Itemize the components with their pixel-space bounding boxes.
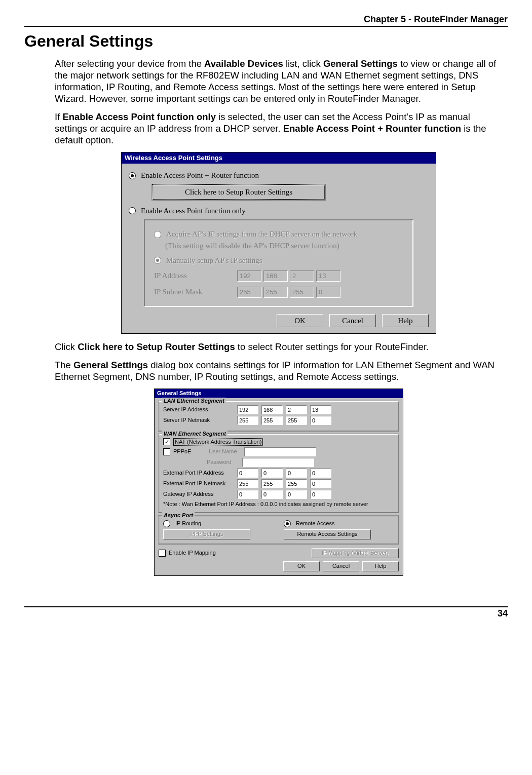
checkbox-icon [163,448,170,455]
ip-octet-input[interactable]: 255 [286,479,307,488]
bold-text: Enable Access Point + Rounter function [283,123,461,134]
radio-label: Remote Access [296,520,334,527]
ip-octet-input[interactable]: 0 [237,490,258,499]
bold-text: Enable Access Point function only [62,111,216,122]
server-netmask-label: Server IP Netmask [163,417,234,424]
ip-octet-input[interactable]: 192 [237,405,258,414]
radio-ap-router[interactable]: Enable Access Point + Router function [129,171,429,180]
chapter-header: Chapter 5 - RouteFinder Manager [24,14,508,25]
ip-octet-input[interactable]: 0 [286,469,307,478]
text: to select Router settings for your Route… [235,341,429,352]
cancel-button[interactable]: Cancel [329,314,376,328]
text: The [55,360,73,370]
ip-octet-input[interactable]: 2 [286,405,307,414]
ip-octet: 13 [316,270,340,282]
text: Click [55,341,78,352]
radio-label: Enable Access Point function only [141,206,246,216]
radio-acquire-dhcp: Acquire AP's IP settings from the DHCP s… [154,229,403,239]
dhcp-note: (This setting will disable the AP's DHCP… [165,241,403,251]
username-label: User Name [209,448,241,455]
cancel-button[interactable]: Cancel [323,561,359,571]
radio-icon [163,520,170,527]
ip-octet-input[interactable]: 0 [237,469,258,478]
radio-icon [154,231,161,238]
help-button[interactable]: Help [362,561,399,571]
radio-label: Manually setup AP's IP settings [166,256,262,265]
paragraph-1: After selecting your device from the Ava… [55,58,503,105]
ip-octet-input[interactable]: 13 [310,405,331,414]
ip-octet: 0 [316,287,340,298]
text: If [55,111,62,122]
radio-ip-routing[interactable]: IP Routing [163,520,274,527]
ip-octet-input[interactable]: 0 [261,469,283,478]
ip-octet-input[interactable]: 0 [310,479,331,488]
radio-icon [154,257,161,264]
fieldset-legend: Async Port [162,512,195,519]
help-button[interactable]: Help [382,314,429,328]
ip-mapping-button: IP Mapping (Virtual Server) [312,548,399,558]
ip-octet: 255 [263,287,288,298]
page-title: General Settings [24,32,508,51]
ip-address-row: IP Address 192 168 2 13 [154,270,403,282]
ip-octet: 255 [237,287,261,298]
password-row: Password [163,458,394,467]
radio-label: Enable Access Point + Router function [141,171,259,180]
radio-ap-only[interactable]: Enable Access Point function only [129,206,429,216]
ip-octet: 192 [237,270,261,282]
server-ip-row: Server IP Address 192 168 2 13 [163,405,394,414]
ap-only-panel: Acquire AP's IP settings from the DHCP s… [144,219,413,306]
password-input [242,458,314,467]
ip-octet-input[interactable]: 0 [310,469,331,478]
radio-icon [129,172,136,179]
nat-row[interactable]: ✓ NAT (Network Address Translation) [163,438,394,446]
ok-button[interactable]: OK [283,561,320,571]
ip-octet-input[interactable]: 0 [286,490,307,499]
setup-router-button[interactable]: Click here to Setup Router Settings [152,184,325,200]
checkbox-icon: ✓ [163,438,170,445]
ext-ip-label: External Port IP Address [163,470,234,477]
bold-text: General Settings [73,360,148,370]
enable-ip-mapping-row[interactable]: Enable IP Mapping [159,550,309,557]
ip-octet-input[interactable]: 255 [237,479,258,488]
checkbox-icon [159,550,166,557]
ip-octet-input[interactable]: 255 [261,416,283,425]
page-number: 34 [24,606,508,619]
ip-octet-input[interactable]: 0 [310,416,331,425]
ip-octet-input[interactable]: 255 [286,416,307,425]
ext-mask-row: External Port IP Netmask 255 255 255 0 [163,479,394,488]
text: list, click [283,58,323,69]
dialog-titlebar: Wireless Access Point Settings [122,152,436,164]
ok-button[interactable]: OK [277,314,323,328]
ext-mask-label: External Port IP Netmask [163,480,234,487]
ip-octet-input[interactable]: 168 [261,405,283,414]
bold-text: Available Devices [204,58,283,69]
fieldset-wan: WAN Ethernet Segment ✓ NAT (Network Addr… [159,434,399,513]
ip-octet-input[interactable]: 0 [261,490,283,499]
ppp-settings-button: PPP Settings [163,529,250,539]
radio-label: Acquire AP's IP settings from the DHCP s… [166,229,357,239]
ip-octet-input[interactable]: 255 [261,479,283,488]
ip-address-label: IP Address [154,271,235,281]
ext-ip-row: External Port IP Address 0 0 0 0 [163,469,394,478]
radio-remote-access[interactable]: Remote Access [284,520,394,527]
figure-general-settings: General Settings LAN Ethernet Segment Se… [55,389,503,576]
paragraph-4: The General Settings dialog box contains… [55,359,503,382]
ip-octet-input[interactable]: 0 [310,490,331,499]
username-input [244,447,316,456]
figure-wireless-ap-settings: Wireless Access Point Settings Enable Ac… [55,152,503,334]
fieldset-async: Async Port IP Routing PPP Settings [159,516,399,544]
radio-manual-ip: Manually setup AP's IP settings [154,256,403,265]
ip-octet-input[interactable]: 255 [237,416,258,425]
fieldset-legend: LAN Ethernet Segment [162,398,226,405]
subnet-mask-row: IP Subnet Mask 255 255 255 0 [154,287,403,298]
pppoe-row[interactable]: PPPoE User Name [163,447,394,456]
gateway-row: Gateway IP Address 0 0 0 0 [163,490,394,499]
header-rule [24,26,508,27]
ip-octet: 2 [290,270,314,282]
remote-access-button[interactable]: Remote Access Settings [284,529,371,539]
ip-octet: 168 [263,270,288,282]
radio-icon [129,207,136,214]
bold-text: General Settings [323,58,398,69]
server-netmask-row: Server IP Netmask 255 255 255 0 [163,416,394,425]
nat-label: NAT (Network Address Translation) [173,438,263,446]
